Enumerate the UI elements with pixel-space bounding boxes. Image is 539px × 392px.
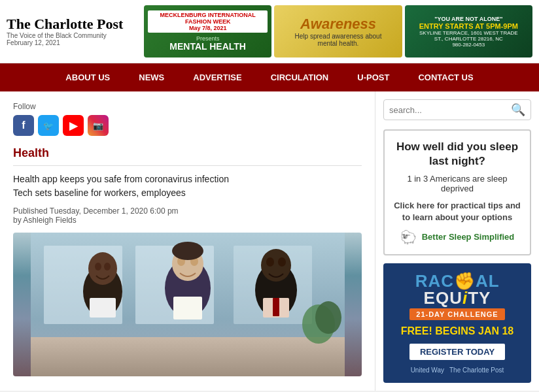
re-logo1: United Way (411, 367, 444, 374)
site-date: February 12, 2021 (7, 39, 144, 46)
section-divider (13, 165, 362, 166)
search-button[interactable]: 🔍 (511, 103, 525, 117)
nav-contact-us[interactable]: CONTACT US (404, 63, 487, 91)
svg-point-6 (315, 301, 341, 334)
svg-rect-9 (90, 298, 116, 318)
banner2-sub: Help spread awareness aboutmental health… (295, 33, 382, 47)
awareness-banner[interactable]: Awareness Help spread awareness aboutmen… (274, 5, 402, 57)
re-subtitle: 21-DAY CHALLENGE (409, 308, 504, 320)
social-icons: f 🐦 ▶ 📷 (13, 115, 362, 136)
svg-point-23 (278, 257, 286, 267)
main-nav: ABOUT US NEWS ADVERTISE CIRCULATION U-PO… (0, 63, 539, 91)
article-meta: Published Tuesday, December 1, 2020 6:00… (13, 206, 362, 225)
youtube-icon[interactable]: ▶ (63, 115, 84, 136)
svg-point-17 (172, 242, 203, 260)
banner3-top: "YOU ARE NOT ALONE" (434, 16, 502, 22)
article-title: Health app keeps you safe from coronavir… (13, 172, 362, 200)
banner3-mid: ENTRY STARTS AT 5PM-9PM (419, 22, 518, 30)
nav-advertise[interactable]: ADVERTISE (179, 63, 256, 91)
section-title: Health (13, 146, 362, 160)
nav-about-us[interactable]: ABOUT US (51, 63, 124, 91)
svg-rect-1 (31, 337, 345, 376)
re-i: i (462, 288, 468, 308)
banner3-bottom: SKYLINE TERRACE, 1601 WEST TRADEST., CHA… (419, 30, 518, 48)
svg-rect-14 (173, 297, 202, 319)
banner1-event: MECKLENBURG INTERNATIONAL FASHION WEEKMa… (148, 10, 268, 33)
svg-rect-21 (273, 298, 279, 316)
banner2-title: Awareness (300, 16, 376, 33)
instagram-icon[interactable]: 📷 (88, 115, 109, 136)
svg-point-22 (266, 257, 274, 267)
sleep-ad-link: Click here for practical tips and to lea… (392, 200, 522, 223)
logo: The Charlotte Post The Voice of the Blac… (7, 16, 144, 46)
nav-circulation[interactable]: CIRCULATION (256, 63, 343, 91)
banner1-main: MENTAL HEALTH (169, 42, 246, 52)
twitter-icon[interactable]: 🐦 (38, 115, 59, 136)
sleep-sheep-icon: 🐑 (400, 229, 417, 245)
sleep-ad-sub: 1 in 3 Americans are sleep deprived (392, 174, 522, 193)
article-author: by Ashleigh Fields (13, 216, 362, 225)
sleep-ad-title: How well did you sleep last night? (392, 140, 522, 169)
article-published: Published Tuesday, December 1, 2020 6:00… (13, 206, 362, 216)
header-banner-area: MECKLENBURG INTERNATIONAL FASHION WEEKMa… (144, 5, 532, 57)
article-title-line1: Health app keeps you safe from coronavir… (13, 174, 229, 184)
re-space: EQU (424, 288, 462, 308)
site-subtitle: The Voice of the Black Community (7, 32, 144, 39)
facebook-icon[interactable]: f (13, 115, 34, 136)
follow-label: Follow (13, 102, 362, 111)
site-title: The Charlotte Post (7, 16, 144, 32)
sidebar: 🔍 How well did you sleep last night? 1 i… (375, 91, 539, 391)
re-logos: United Way The Charlotte Post (391, 367, 523, 374)
racial-equity-title: RAC✊AL EQUiTY (391, 272, 523, 306)
sleep-brand-text: Better Sleep Simplified (422, 232, 515, 242)
re-logo2: The Charlotte Post (449, 367, 504, 374)
not-alone-banner[interactable]: "YOU ARE NOT ALONE" ENTRY STARTS AT 5PM-… (405, 5, 532, 57)
nav-news[interactable]: NEWS (124, 63, 179, 91)
re-register-button[interactable]: REGISTER TODAY (409, 344, 505, 360)
main-content: Follow f 🐦 ▶ 📷 Health Health app keeps y… (0, 91, 375, 391)
search-bar[interactable]: 🔍 (383, 99, 531, 120)
sleep-ad-brand[interactable]: 🐑 Better Sleep Simplified (392, 229, 522, 245)
page-header: The Charlotte Post The Voice of the Blac… (0, 0, 539, 63)
mental-health-banner[interactable]: MECKLENBURG INTERNATIONAL FASHION WEEKMa… (144, 5, 271, 57)
svg-point-10 (95, 263, 101, 270)
re-subtitle-container: 21-DAY CHALLENGE (391, 308, 523, 325)
search-input[interactable] (389, 105, 511, 115)
re-free-label: FREE! BEGINS JAN 18 (391, 325, 523, 337)
sleep-ad[interactable]: How well did you sleep last night? 1 in … (383, 129, 531, 255)
racial-equity-ad[interactable]: RAC✊AL EQUiTY 21-DAY CHALLENGE FREE! BEG… (383, 263, 531, 383)
article-image-svg (31, 233, 345, 376)
svg-point-11 (104, 263, 111, 270)
article-title-line2: Tech sets baseline for workers, employee… (13, 188, 186, 198)
article-image (13, 233, 362, 376)
re-ty: TY (468, 288, 491, 308)
svg-point-8 (88, 252, 117, 285)
content-area: Follow f 🐦 ▶ 📷 Health Health app keeps y… (0, 91, 539, 391)
nav-u-post[interactable]: U-POST (343, 63, 404, 91)
